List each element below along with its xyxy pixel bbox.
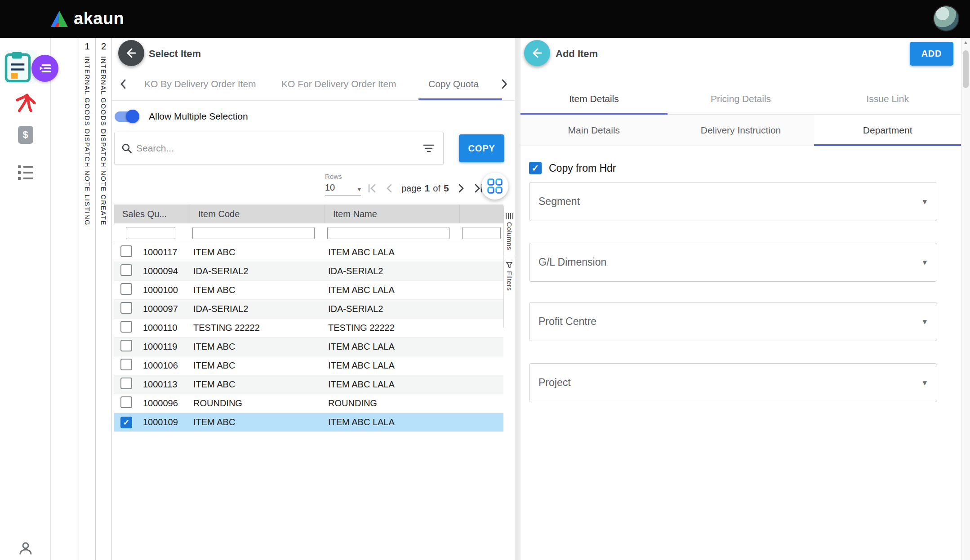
subtab-department[interactable]: Department (814, 115, 961, 146)
column-header-item-name[interactable]: Item Name (325, 204, 459, 223)
rows-per-page-label: Rows (325, 173, 342, 180)
sidebar-item-red-module-icon[interactable] (0, 91, 51, 114)
sidebar: $ (0, 38, 51, 560)
vertical-scrollbar[interactable]: ▲ (961, 38, 970, 560)
table-row[interactable]: 1000106ITEM ABCITEM ABC LALA (114, 356, 503, 375)
row-checkbox[interactable] (120, 245, 132, 257)
subtab-main-details[interactable]: Main Details (521, 115, 667, 146)
tab-ko-for-delivery-order-item[interactable]: KO For Delivery Order Item (281, 67, 396, 101)
tabs-scroll-left-icon[interactable] (117, 78, 130, 90)
table-row[interactable]: 1000100ITEM ABCITEM ABC LALA (114, 281, 503, 300)
row-checkbox[interactable] (120, 302, 132, 314)
column-header-sales-qu[interactable]: Sales Qu... (114, 204, 190, 223)
subtab-delivery-instruction[interactable]: Delivery Instruction (667, 115, 814, 146)
row-checkbox[interactable] (120, 378, 132, 389)
filter-input-sales-qu[interactable] (126, 227, 175, 239)
row-checkbox[interactable] (120, 396, 132, 408)
cell-item-code: IDA-SERIAL2 (190, 304, 325, 314)
project-dropdown[interactable]: Project ▾ (529, 363, 937, 402)
cell-item-name: ITEM ABC LALA (325, 342, 459, 352)
cell-sales-qu: 1000119 (139, 342, 190, 352)
row-checkbox[interactable] (120, 283, 132, 295)
tab-item-details[interactable]: Item Details (521, 83, 667, 114)
row-checkbox[interactable] (120, 340, 132, 351)
back-button[interactable] (524, 40, 550, 66)
cell-sales-qu: 1000097 (139, 304, 190, 314)
tab-copy-quota[interactable]: Copy Quota (428, 67, 479, 101)
caret-down-icon: ▾ (357, 185, 361, 193)
first-page-button[interactable] (366, 182, 378, 194)
add-button[interactable]: ADD (910, 42, 953, 66)
prev-page-button[interactable] (384, 182, 396, 194)
column-header-item-code[interactable]: Item Code (190, 204, 325, 223)
workspace-tab-create[interactable]: 2 INTERNAL GOODS DISPATCH NOTE CREATE (95, 38, 112, 560)
tab-ko-by-delivery-order-item[interactable]: KO By Delivery Order Item (144, 67, 256, 101)
row-checkbox[interactable] (120, 359, 132, 370)
cell-item-name: ITEM ABC LALA (325, 247, 459, 258)
search-input[interactable] (136, 143, 423, 154)
brand: akaun (49, 9, 124, 28)
caret-down-icon: ▾ (922, 316, 927, 327)
sidebar-item-billing-icon[interactable]: $ (0, 126, 51, 144)
table-row[interactable]: 1000097IDA-SERIAL2IDA-SERIAL2 (114, 300, 503, 319)
table-row[interactable]: 1000119ITEM ABCITEM ABC LALA (114, 338, 503, 356)
row-checkbox[interactable] (120, 264, 132, 276)
filters-control[interactable]: Filters (506, 271, 513, 291)
copy-button[interactable]: COPY (459, 134, 504, 162)
next-page-button[interactable] (455, 182, 467, 194)
scrollbar-thumb[interactable] (963, 50, 969, 88)
columns-control[interactable]: Columns (506, 222, 513, 250)
user-avatar[interactable] (933, 5, 959, 31)
table-row[interactable]: 1000117ITEM ABCITEM ABC LALA (114, 243, 503, 262)
rows-per-page-value: 10 (325, 182, 335, 192)
cell-item-name: ITEM ABC LALA (325, 360, 459, 371)
segment-dropdown[interactable]: Segment ▾ (529, 182, 937, 221)
table-row[interactable]: 1000110TESTING 22222TESTING 22222 (114, 319, 503, 338)
tabs-scroll-right-icon[interactable] (498, 78, 510, 90)
cell-item-code: ITEM ABC (190, 342, 325, 352)
filter-list-icon[interactable] (423, 142, 435, 154)
scroll-up-icon[interactable]: ▲ (961, 40, 970, 45)
rows-per-page-select[interactable]: 10 ▾ (325, 182, 361, 196)
collapse-menu-icon[interactable] (31, 55, 58, 82)
cell-item-code: ITEM ABC (190, 417, 325, 427)
gl-dimension-dropdown[interactable]: G/L Dimension ▾ (529, 243, 937, 282)
workspace-tab-listing[interactable]: 1 INTERNAL GOODS DISPATCH NOTE LISTING (79, 38, 95, 560)
column-header-extra (459, 204, 503, 223)
filter-input-extra[interactable] (462, 227, 501, 239)
dispatch-module-icon[interactable] (4, 49, 62, 85)
allow-multiple-selection-toggle[interactable] (115, 111, 138, 122)
cell-item-name: IDA-SERIAL2 (325, 266, 459, 276)
pager-controls: page 1 of 5 (366, 182, 484, 194)
profit-centre-dropdown[interactable]: Profit Centre ▾ (529, 302, 937, 341)
add-item-subtabbar: Main Details Delivery Instruction Depart… (521, 115, 961, 146)
grid-view-button[interactable] (481, 173, 508, 200)
item-table-header: Sales Qu... Item Code Item Name (114, 204, 503, 223)
columns-icon (505, 213, 514, 220)
select-item-panel: Select Item KO By Delivery Order Item KO… (112, 38, 515, 560)
sidebar-profile-icon[interactable] (0, 540, 51, 556)
item-table-filter-row (114, 223, 503, 243)
table-row[interactable]: 1000096ROUNDINGROUNDING (114, 394, 503, 413)
filters-icon (505, 262, 514, 269)
pagination-bar: Rows 10 ▾ page 1 of 5 (112, 173, 515, 201)
strip-divider (504, 256, 515, 256)
table-row[interactable]: ✓1000109ITEM ABCITEM ABC LALA (114, 413, 503, 432)
sidebar-item-listing-icon[interactable] (0, 165, 51, 180)
tab-issue-link[interactable]: Issue Link (814, 83, 961, 114)
cell-sales-qu: 1000106 (139, 360, 190, 371)
topbar: akaun (0, 0, 970, 38)
filter-input-item-name[interactable] (327, 227, 449, 239)
row-checkbox[interactable]: ✓ (120, 417, 132, 428)
cell-item-name: TESTING 22222 (325, 323, 459, 333)
filter-input-item-code[interactable] (192, 227, 315, 239)
tab-pricing-details[interactable]: Pricing Details (667, 83, 814, 114)
row-checkbox[interactable] (120, 321, 132, 333)
back-button[interactable] (118, 40, 144, 66)
table-row[interactable]: 1000113ITEM ABCITEM ABC LALA (114, 375, 503, 394)
caret-down-icon: ▾ (922, 196, 927, 207)
copy-from-hdr-checkbox[interactable]: ✓ (529, 162, 542, 174)
project-dropdown-label: Project (538, 377, 571, 389)
table-row[interactable]: 1000094IDA-SERIAL2IDA-SERIAL2 (114, 262, 503, 281)
cell-item-code: ITEM ABC (190, 247, 325, 258)
